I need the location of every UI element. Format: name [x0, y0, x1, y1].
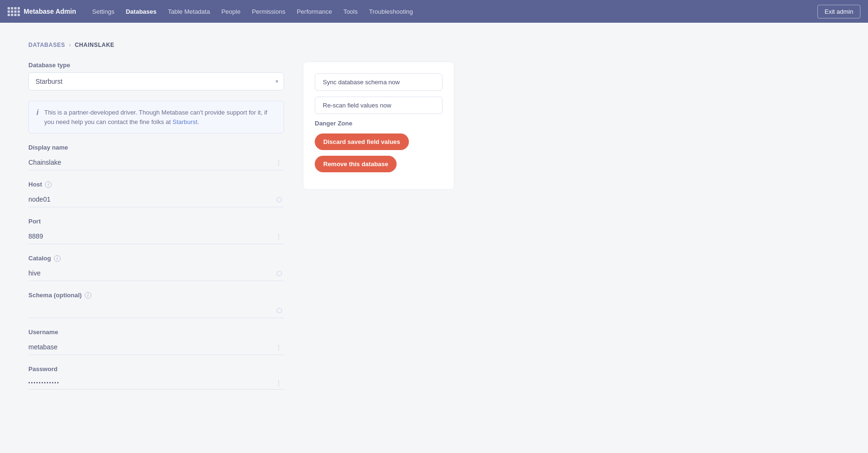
nav-permissions[interactable]: Permissions: [247, 5, 290, 18]
breadcrumb: DATABASES › CHAINSLAKE: [28, 42, 540, 48]
port-label: Port: [28, 218, 284, 225]
port-input[interactable]: [28, 229, 284, 244]
display-name-input-wrapper: ⋮: [28, 155, 284, 170]
breadcrumb-parent[interactable]: DATABASES: [28, 42, 65, 48]
username-input-wrapper: ⋮: [28, 339, 284, 355]
catalog-info-icon[interactable]: i: [54, 255, 61, 262]
catalog-input-wrapper: [28, 266, 284, 281]
host-input-wrapper: [28, 192, 284, 207]
username-info-icon[interactable]: ⋮: [275, 344, 282, 351]
password-input[interactable]: [28, 376, 284, 390]
more-options-icon[interactable]: ⋮: [275, 159, 282, 167]
catalog-label: Catalog i: [28, 255, 284, 262]
port-input-wrapper: ⋮: [28, 229, 284, 244]
breadcrumb-separator: ›: [69, 42, 71, 48]
nav-tools[interactable]: Tools: [338, 5, 362, 18]
discard-field-values-button[interactable]: Discard saved field values: [315, 133, 409, 150]
nav-settings[interactable]: Settings: [88, 5, 119, 18]
schema-input[interactable]: [28, 302, 284, 318]
port-group: Port ⋮: [28, 218, 284, 244]
breadcrumb-current: CHAINSLAKE: [75, 42, 115, 48]
host-info-icon[interactable]: i: [45, 181, 52, 188]
nav-troubleshooting[interactable]: Troubleshooting: [364, 5, 418, 18]
schema-label: Schema (optional) i: [28, 292, 284, 299]
database-type-select[interactable]: Starburst: [28, 72, 284, 90]
username-group: Username ⋮: [28, 329, 284, 355]
password-input-wrapper: ⋮: [28, 376, 284, 390]
right-panel: Sync database schema now Re-scan field v…: [303, 62, 454, 190]
page-content: DATABASES › CHAINSLAKE Database type Sta…: [0, 23, 568, 419]
host-label: Host i: [28, 181, 284, 188]
port-info-icon[interactable]: ⋮: [275, 233, 282, 240]
danger-zone-title: Danger Zone: [315, 120, 443, 127]
starburst-link[interactable]: Starburst: [172, 118, 197, 125]
schema-input-wrapper: [28, 302, 284, 318]
form-panel: Database type Starburst ▾ i This is a pa…: [28, 62, 284, 400]
host-group: Host i: [28, 181, 284, 207]
display-name-group: Display name ⋮: [28, 144, 284, 170]
nav-databases[interactable]: Databases: [121, 5, 161, 18]
catalog-group: Catalog i: [28, 255, 284, 281]
rescan-field-values-button[interactable]: Re-scan field values now: [315, 97, 443, 114]
main-layout: Database type Starburst ▾ i This is a pa…: [28, 62, 540, 400]
info-box: i This is a partner-developed driver. Th…: [28, 101, 284, 133]
nav-table-metadata[interactable]: Table Metadata: [163, 5, 215, 18]
display-name-input[interactable]: [28, 155, 284, 170]
info-box-text: This is a partner-developed driver. Thou…: [44, 108, 276, 126]
password-info-icon[interactable]: ⋮: [275, 379, 282, 387]
nav-people[interactable]: People: [217, 5, 245, 18]
password-group: Password ⋮: [28, 365, 284, 390]
password-label: Password: [28, 365, 284, 373]
database-type-select-wrapper: Starburst ▾: [28, 72, 284, 90]
sync-schema-button[interactable]: Sync database schema now: [315, 73, 443, 91]
username-input[interactable]: [28, 339, 284, 355]
brand-icon: [8, 7, 20, 16]
catalog-input[interactable]: [28, 266, 284, 281]
database-type-group: Database type Starburst ▾: [28, 62, 284, 90]
exit-admin-button[interactable]: Exit admin: [817, 5, 860, 18]
username-label: Username: [28, 329, 284, 336]
nav-performance[interactable]: Performance: [292, 5, 337, 18]
database-type-label: Database type: [28, 62, 284, 69]
display-name-label: Display name: [28, 144, 284, 151]
app-title: Metabase Admin: [24, 8, 76, 15]
schema-info-icon[interactable]: i: [85, 292, 91, 299]
navbar: Metabase Admin Settings Databases Table …: [0, 0, 868, 23]
nav-links: Settings Databases Table Metadata People…: [88, 5, 806, 18]
schema-group: Schema (optional) i: [28, 292, 284, 318]
remove-database-button[interactable]: Remove this database: [315, 156, 397, 172]
host-input[interactable]: [28, 192, 284, 207]
info-icon: i: [36, 108, 38, 126]
app-brand: Metabase Admin: [8, 7, 76, 16]
